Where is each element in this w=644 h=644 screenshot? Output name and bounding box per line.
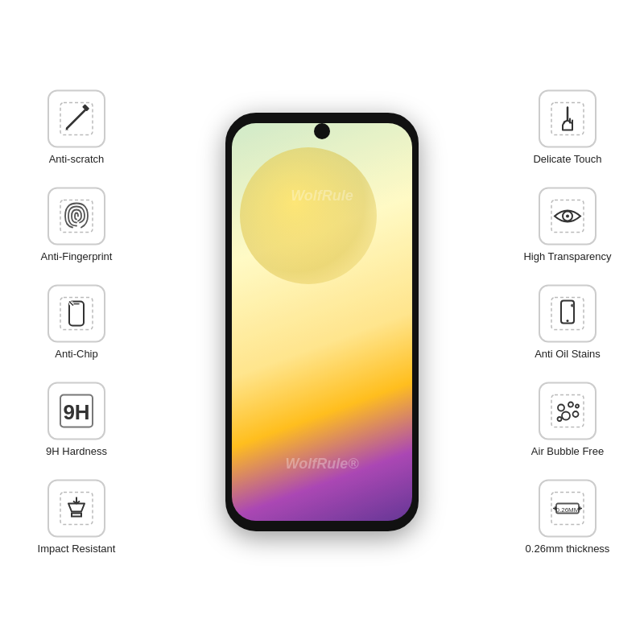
svg-point-27: [573, 411, 579, 417]
svg-point-22: [571, 304, 574, 308]
features-right-panel: Delicate Touch High Transparency: [515, 90, 620, 555]
svg-point-26: [562, 412, 570, 420]
feature-impact-resistant: Impact Resistant: [24, 480, 129, 555]
feature-anti-scratch: Anti-scratch: [24, 90, 129, 165]
phone-screen: WolfRule WolfRule®: [232, 123, 412, 521]
svg-point-21: [567, 320, 569, 322]
anti-chip-label: Anti-Chip: [55, 348, 97, 360]
svg-text:0.26MM: 0.26MM: [556, 506, 580, 514]
feature-high-transparency: High Transparency: [515, 188, 620, 262]
air-bubble-icon-box: [539, 382, 597, 440]
feature-anti-chip: Anti-Chip: [24, 285, 129, 360]
svg-point-25: [568, 402, 573, 407]
svg-marker-13: [72, 514, 81, 517]
9h-icon-box: 9H: [47, 382, 105, 440]
watermark-bottom: WolfRule®: [286, 456, 359, 473]
feature-thickness: 0.26MM 0.26mm thickness: [515, 480, 620, 555]
high-transparency-icon-box: [539, 188, 597, 246]
svg-point-29: [576, 405, 579, 408]
phone-outer-frame: WolfRule WolfRule®: [225, 113, 419, 531]
svg-rect-19: [551, 298, 584, 330]
anti-fingerprint-label: Anti-Fingerprint: [41, 250, 113, 262]
phone-notch: [314, 123, 330, 139]
anti-scratch-label: Anti-scratch: [49, 153, 105, 165]
svg-point-24: [558, 405, 564, 411]
feature-anti-oil-stains: Anti Oil Stains: [515, 285, 620, 360]
high-transparency-label: High Transparency: [523, 250, 611, 262]
feature-anti-fingerprint: Anti-Fingerprint: [24, 188, 129, 262]
feature-9h-hardness: 9H 9H Hardness: [24, 382, 129, 457]
anti-chip-icon-box: [47, 285, 105, 343]
touch-icon: [548, 100, 587, 138]
phone-small-icon: [548, 295, 587, 333]
phone-chip-icon: [57, 295, 96, 333]
air-bubble-free-label: Air Bubble Free: [531, 445, 604, 457]
9h-hardness-icon: 9H: [57, 392, 96, 431]
phone-display: WolfRule WolfRule®: [225, 113, 419, 531]
anti-fingerprint-icon-box: [47, 188, 105, 246]
svg-point-18: [566, 215, 569, 218]
feature-delicate-touch: Delicate Touch: [515, 90, 620, 165]
fingerprint-icon: [57, 197, 96, 236]
thickness-label: 0.26mm thickness: [526, 543, 610, 555]
eye-icon: [548, 197, 587, 236]
anti-scratch-icon-box: [47, 90, 105, 148]
bubbles-icon: [548, 392, 587, 431]
impact-icon-box: [47, 480, 105, 538]
svg-rect-6: [69, 302, 84, 326]
svg-rect-23: [551, 395, 584, 427]
thickness-icon: 0.26MM: [548, 489, 587, 528]
9h-hardness-label: 9H Hardness: [46, 445, 107, 457]
anti-oil-icon-box: [539, 285, 597, 343]
svg-text:9H: 9H: [63, 400, 89, 424]
delicate-touch-icon-box: [539, 90, 597, 148]
svg-marker-12: [68, 504, 85, 512]
impact-resistant-icon: [57, 489, 96, 528]
svg-point-28: [558, 417, 562, 421]
watermark-top: WolfRule: [291, 188, 353, 204]
delicate-touch-label: Delicate Touch: [533, 153, 601, 165]
svg-rect-3: [82, 104, 89, 111]
thickness-icon-box: 0.26MM: [539, 480, 597, 538]
product-page: Anti-scratch Anti-Fingerprint: [0, 0, 644, 644]
pencil-icon: [57, 100, 96, 138]
impact-resistant-label: Impact Resistant: [38, 543, 116, 555]
anti-oil-stains-label: Anti Oil Stains: [535, 348, 601, 360]
feature-air-bubble-free: Air Bubble Free: [515, 382, 620, 457]
features-left-panel: Anti-scratch Anti-Fingerprint: [24, 90, 129, 555]
svg-line-1: [67, 109, 86, 129]
